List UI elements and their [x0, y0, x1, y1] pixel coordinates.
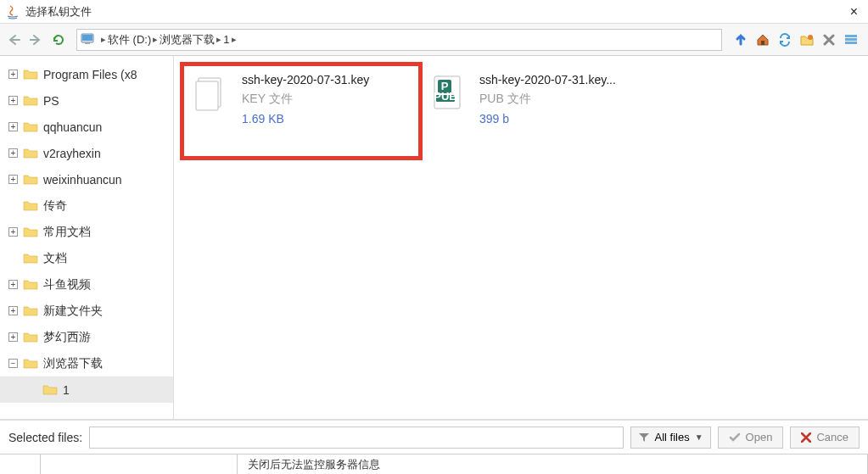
tree-item-label: 常用文档: [43, 225, 91, 240]
file-info: ssh-key-2020-07-31.key...PUB 文件399 b: [479, 71, 616, 151]
tree-item[interactable]: +Program Files (x8: [0, 61, 173, 87]
tree-expand-toggle: [8, 201, 18, 210]
tree-expand-toggle[interactable]: +: [8, 332, 18, 342]
tree-expand-toggle[interactable]: +: [8, 122, 18, 131]
open-button[interactable]: Open: [718, 427, 784, 449]
tree-expand-toggle[interactable]: +: [8, 175, 18, 184]
selected-files-label: Selected files:: [8, 431, 82, 444]
breadcrumb-sep: ▸: [216, 34, 221, 45]
folder-icon: [42, 383, 58, 397]
folder-icon: [23, 173, 38, 187]
tree-item-label: 新建文件夹: [43, 304, 103, 319]
list-view-icon[interactable]: [843, 31, 860, 48]
filter-icon: [638, 432, 650, 443]
breadcrumb-sep: ▸: [101, 34, 106, 45]
file-name: ssh-key-2020-07-31.key...: [479, 73, 616, 86]
check-icon: [729, 432, 741, 443]
tree-expand-toggle[interactable]: +: [8, 280, 18, 289]
breadcrumb-seg-2[interactable]: 1: [223, 33, 229, 46]
tree-item-label: qqhuancun: [43, 120, 102, 134]
tree-item-label: 斗鱼视频: [43, 277, 91, 293]
tree-item[interactable]: +qqhuancun: [0, 114, 173, 140]
status-bar: 关闭后无法监控服务器信息: [0, 454, 868, 474]
tree-item[interactable]: +PS: [0, 87, 173, 114]
tree-item-label: v2rayhexin: [43, 147, 101, 160]
home-icon[interactable]: [754, 31, 771, 48]
sync-icon[interactable]: [776, 31, 793, 48]
delete-icon[interactable]: [820, 31, 837, 48]
tree-item-label: 梦幻西游: [43, 330, 91, 345]
tree-item[interactable]: 1: [0, 376, 173, 403]
breadcrumb[interactable]: ▸ 软件 (D:) ▸ 浏览器下载 ▸ 1 ▸: [76, 29, 722, 51]
file-item[interactable]: PPUBssh-key-2020-07-31.key...PUB 文件399 b: [420, 64, 658, 158]
file-thumbnail-icon: PPUB: [427, 71, 469, 122]
open-label: Open: [746, 431, 773, 443]
tree-item[interactable]: +v2rayhexin: [0, 140, 173, 166]
folder-icon: [23, 357, 38, 371]
tree-item[interactable]: +梦幻西游: [0, 324, 173, 350]
tree-item[interactable]: +斗鱼视频: [0, 271, 173, 298]
up-arrow-icon[interactable]: [732, 31, 749, 48]
tree-item[interactable]: +常用文档: [0, 219, 173, 245]
svg-rect-7: [845, 42, 857, 44]
new-folder-icon[interactable]: [798, 31, 815, 48]
filter-label: All files: [655, 431, 690, 443]
tree-item-label: PS: [43, 94, 59, 108]
tree-item[interactable]: +新建文件夹: [0, 298, 173, 324]
tree-expand-toggle[interactable]: +: [8, 227, 18, 237]
folder-icon: [23, 120, 38, 134]
titlebar: 选择私钥文件 ×: [0, 0, 868, 24]
folder-icon: [23, 226, 38, 239]
folder-icon: [23, 94, 38, 108]
tree-expand-toggle[interactable]: +: [8, 70, 18, 79]
window-title: 选择私钥文件: [25, 4, 845, 20]
tree-expand-toggle[interactable]: −: [8, 359, 18, 368]
breadcrumb-sep: ▸: [153, 34, 158, 45]
file-type: PUB 文件: [479, 92, 616, 107]
svg-rect-1: [82, 35, 92, 41]
nav-back-button[interactable]: [5, 31, 24, 49]
folder-icon: [23, 147, 38, 160]
svg-rect-3: [761, 41, 764, 45]
x-icon: [801, 432, 811, 443]
breadcrumb-seg-1[interactable]: 浏览器下载: [160, 32, 215, 47]
close-icon[interactable]: ×: [845, 4, 863, 20]
nav-forward-button[interactable]: [27, 31, 46, 49]
main-area: +Program Files (x8+PS+qqhuancun+v2rayhex…: [0, 56, 868, 420]
tree-item-label: 1: [63, 383, 70, 397]
file-type: KEY 文件: [242, 92, 369, 107]
status-seg-1: [0, 454, 41, 474]
tree-item[interactable]: 文档: [0, 245, 173, 271]
folder-icon: [23, 68, 38, 81]
tree-item-label: Program Files (x8: [43, 68, 137, 81]
selected-files-input[interactable]: [89, 427, 623, 449]
folder-tree[interactable]: +Program Files (x8+PS+qqhuancun+v2rayhex…: [0, 56, 174, 419]
file-size: 399 b: [479, 112, 616, 125]
folder-icon: [23, 199, 38, 213]
folder-icon: [23, 331, 38, 344]
status-seg-2: [41, 454, 238, 474]
tree-expand-toggle[interactable]: +: [8, 96, 18, 105]
file-size: 1.69 KB: [242, 112, 369, 125]
file-thumbnail-icon: [189, 71, 232, 122]
svg-rect-2: [85, 42, 90, 44]
nav-refresh-button[interactable]: [49, 31, 68, 49]
tree-item-label: weixinhuancun: [43, 173, 122, 187]
tree-item-label: 传奇: [43, 198, 67, 214]
svg-rect-5: [845, 35, 857, 37]
tree-expand-toggle[interactable]: +: [8, 306, 18, 315]
cancel-button[interactable]: Cance: [790, 427, 860, 449]
tree-item[interactable]: −浏览器下载: [0, 350, 173, 376]
file-list[interactable]: ssh-key-2020-07-31.keyKEY 文件1.69 KBPPUBs…: [174, 56, 868, 419]
navbar: ▸ 软件 (D:) ▸ 浏览器下载 ▸ 1 ▸: [0, 24, 868, 56]
file-item[interactable]: ssh-key-2020-07-31.keyKEY 文件1.69 KB: [182, 64, 420, 158]
file-filter-dropdown[interactable]: All files ▼: [630, 427, 711, 449]
java-icon: [5, 4, 20, 20]
toolbar-icons: [732, 31, 863, 48]
breadcrumb-seg-0[interactable]: 软件 (D:): [108, 32, 151, 47]
folder-icon: [23, 278, 38, 292]
tree-item[interactable]: +weixinhuancun: [0, 166, 173, 192]
tree-expand-toggle[interactable]: +: [8, 148, 18, 158]
svg-rect-9: [196, 81, 218, 110]
tree-item[interactable]: 传奇: [0, 192, 173, 219]
